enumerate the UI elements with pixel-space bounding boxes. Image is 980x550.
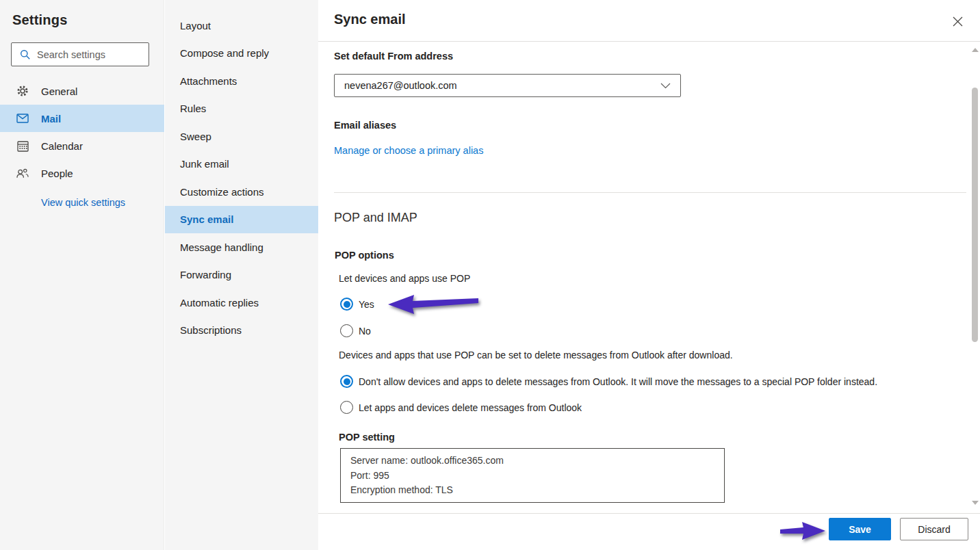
radio-allow-delete[interactable]: Let apps and devices delete messages fro…: [340, 401, 582, 414]
panel-content: Set default From address nevena267@outlo…: [318, 42, 968, 513]
subnav-item-message-handling[interactable]: Message handling: [165, 233, 318, 261]
pop-port-line: Port: 995: [350, 469, 714, 484]
pop-delete-label: Devices and apps that use POP can be set…: [339, 350, 733, 361]
search-settings-box[interactable]: [11, 42, 149, 66]
annotation-arrow-right: [779, 521, 827, 541]
panel-footer: Save Discard: [318, 513, 980, 550]
mail-settings-subnav: Layout Compose and reply Attachments Rul…: [165, 0, 318, 550]
subnav-item-layout[interactable]: Layout: [165, 12, 318, 40]
mail-icon: [16, 112, 29, 125]
scroll-down-arrow-icon[interactable]: [972, 501, 979, 505]
subnav-item-customize-actions[interactable]: Customize actions: [165, 178, 318, 206]
sidebar-item-label: General: [41, 86, 77, 97]
subnav-item-attachments[interactable]: Attachments: [165, 67, 318, 95]
save-button[interactable]: Save: [829, 518, 891, 540]
subnav-item-junk-email[interactable]: Junk email: [165, 150, 318, 179]
radio-button[interactable]: [340, 324, 353, 337]
vertical-scrollbar[interactable]: [970, 42, 979, 513]
sidebar-item-label: People: [41, 168, 73, 179]
radio-pop-no[interactable]: No: [340, 324, 371, 337]
pop-setting-box: Server name: outlook.office365.com Port:…: [340, 448, 725, 503]
settings-title: Settings: [0, 0, 164, 28]
subnav-item-automatic-replies[interactable]: Automatic replies: [165, 289, 318, 317]
pop-server-line: Server name: outlook.office365.com: [350, 454, 714, 469]
scroll-up-arrow-icon[interactable]: [972, 48, 979, 52]
gear-icon: [16, 85, 29, 97]
sync-email-panel: Sync email Set default From address neve…: [318, 0, 980, 550]
sidebar-item-general[interactable]: General: [0, 77, 164, 105]
search-input[interactable]: [37, 49, 140, 60]
radio-dont-allow-delete[interactable]: Don't allow devices and apps to delete m…: [340, 375, 877, 388]
subnav-item-sync-email[interactable]: Sync email: [165, 206, 318, 234]
sidebar-item-label: Mail: [41, 113, 61, 125]
radio-pop-yes[interactable]: Yes: [340, 298, 374, 311]
discard-button[interactable]: Discard: [900, 518, 968, 540]
subnav-item-sweep[interactable]: Sweep: [165, 122, 318, 150]
subnav-item-forwarding[interactable]: Forwarding: [165, 261, 318, 289]
pop-encryption-line: Encryption method: TLS: [350, 483, 714, 498]
chevron-down-icon: [660, 83, 671, 89]
scrollbar-thumb[interactable]: [972, 88, 978, 342]
radio-button[interactable]: [340, 375, 353, 388]
radio-button[interactable]: [340, 401, 353, 414]
section-divider: [334, 192, 966, 193]
sidebar-item-people[interactable]: People: [0, 159, 164, 187]
sidebar-item-calendar[interactable]: Calendar: [0, 132, 164, 159]
page-title: Sync email: [334, 12, 406, 27]
pop-setting-heading: POP setting: [339, 432, 395, 443]
radio-button[interactable]: [340, 298, 353, 311]
sidebar-item-mail[interactable]: Mail: [0, 105, 164, 132]
close-icon[interactable]: [950, 14, 965, 29]
sidebar-item-label: Calendar: [41, 140, 83, 152]
subnav-item-compose-and-reply[interactable]: Compose and reply: [165, 40, 318, 68]
annotation-arrow-left: [387, 293, 480, 315]
manage-alias-link[interactable]: Manage or choose a primary alias: [334, 145, 483, 156]
pop-imap-heading: POP and IMAP: [334, 211, 417, 225]
email-aliases-heading: Email aliases: [334, 120, 396, 131]
search-icon: [20, 49, 31, 60]
pop-options-heading: POP options: [335, 250, 394, 261]
calendar-icon: [16, 140, 29, 152]
default-from-dropdown[interactable]: nevena267@outlook.com: [334, 74, 681, 97]
subnav-item-rules[interactable]: Rules: [165, 95, 318, 123]
people-icon: [16, 167, 29, 179]
view-quick-settings-link[interactable]: View quick settings: [41, 197, 125, 208]
default-from-heading: Set default From address: [334, 51, 453, 62]
default-from-value: nevena267@outlook.com: [344, 80, 660, 91]
settings-sidebar: Settings General Mail: [0, 0, 164, 550]
subnav-item-subscriptions[interactable]: Subscriptions: [165, 317, 318, 345]
use-pop-label: Let devices and apps use POP: [339, 273, 470, 284]
panel-header: Sync email: [318, 0, 980, 42]
